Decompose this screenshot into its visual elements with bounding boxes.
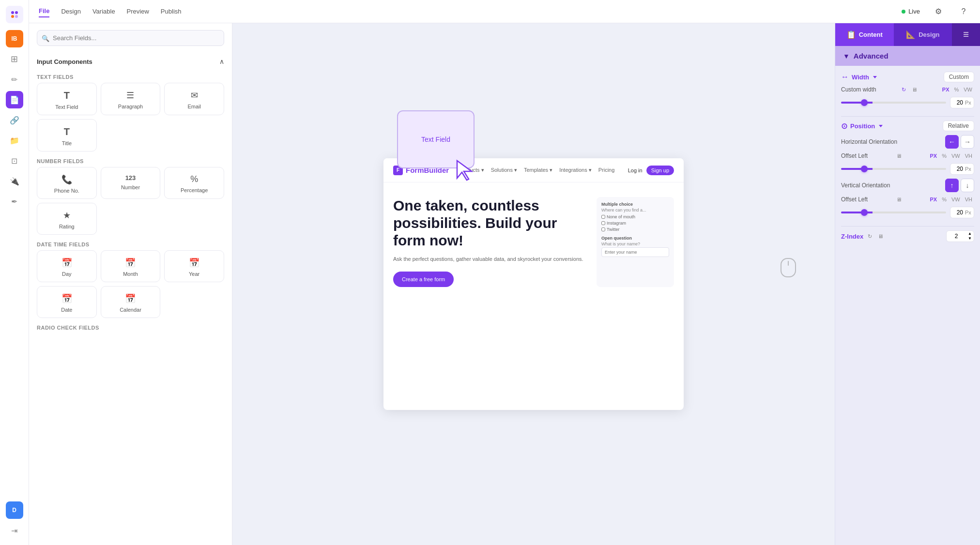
folder-icon[interactable]: 📁 (6, 132, 23, 149)
field-calendar[interactable]: 📅 Calendar (101, 286, 161, 318)
tab-design[interactable]: 📐 Design (894, 23, 952, 46)
preview-form-q2-input[interactable] (601, 247, 669, 257)
user-avatar-ib[interactable]: IB (6, 30, 23, 47)
search-input[interactable] (37, 30, 224, 46)
field-rating[interactable]: ★ Rating (37, 203, 97, 235)
horiz-orient-row: Horizontal Orientation ← → (841, 135, 974, 149)
offset2-input[interactable] (950, 207, 965, 218)
width-label-row: ↔ Width Custom (841, 72, 974, 82)
offset-unit-px[interactable]: PX (928, 152, 939, 160)
nav-variable[interactable]: Variable (92, 6, 115, 17)
width-slider[interactable] (841, 102, 946, 104)
unit-px[interactable]: PX (940, 86, 951, 93)
offset-unit-vw[interactable]: VW (949, 152, 962, 160)
offset2-unit-vw[interactable]: VW (949, 196, 962, 203)
offset-slider[interactable] (841, 168, 946, 170)
zindex-down[interactable]: ▼ (968, 236, 972, 241)
field-paragraph[interactable]: ☰ Paragraph (101, 83, 161, 115)
month-icon: 📅 (125, 257, 136, 268)
nav-integrations: Integrations ▾ (559, 167, 592, 173)
preview-hero: One taken, countless possibilities. Buil… (393, 197, 589, 287)
horiz-right-btn[interactable]: → (961, 135, 974, 149)
pen-icon[interactable]: ✒ (6, 193, 23, 210)
preview-frame: F FormBuilder Products ▾ Solutions ▾ Tem… (383, 158, 684, 410)
field-email[interactable]: ✉ Email (164, 83, 224, 115)
width-icon: ↔ (841, 73, 849, 81)
text-fields-grid: T Text Field ☰ Paragraph ✉ Email T Title (37, 83, 224, 151)
help-icon[interactable]: ? (957, 5, 970, 18)
field-month[interactable]: 📅 Month (101, 250, 161, 282)
year-label: Year (189, 271, 199, 277)
field-text-field[interactable]: T Text Field (37, 83, 97, 115)
app-logo[interactable] (6, 6, 23, 23)
offset-unit: Px (965, 166, 973, 172)
tab-more[interactable]: ☰ (952, 23, 980, 46)
components-icon[interactable]: ⊡ (6, 152, 23, 169)
offset2-slider-row: Px (841, 207, 974, 218)
sync-icon-refresh[interactable]: ↻ (900, 85, 908, 94)
offset2-monitor-icon[interactable]: 🖥 (894, 195, 903, 204)
floating-text-field[interactable]: Text Field (397, 110, 475, 168)
offset-unit-pct[interactable]: % (940, 152, 949, 160)
field-number[interactable]: 123 Number (101, 167, 161, 199)
offset2-unit-px[interactable]: PX (928, 196, 939, 203)
user-avatar-d[interactable]: D (6, 501, 23, 519)
field-date[interactable]: 📅 Date (37, 286, 97, 318)
nav-preview[interactable]: Preview (127, 6, 149, 17)
field-title[interactable]: T Title (37, 119, 97, 151)
zindex-up[interactable]: ▲ (968, 231, 972, 236)
plugin-icon[interactable]: 🔌 (6, 172, 23, 190)
logout-icon[interactable]: ⇥ (6, 522, 23, 539)
field-percentage[interactable]: % Percentage (164, 167, 224, 199)
zindex-refresh-icon[interactable]: ↻ (865, 232, 874, 241)
nav-publish[interactable]: Publish (161, 6, 182, 17)
horiz-left-btn[interactable]: ← (945, 135, 959, 149)
offset2-slider[interactable] (841, 212, 946, 213)
panel-tabs: 📋 Content 📐 Design ☰ (835, 23, 980, 46)
tab-content[interactable]: 📋 Content (835, 23, 894, 46)
offset2-left-row: Offset Left 🖥 PX % VW VH (841, 195, 974, 204)
zindex-label: Z-Index (841, 233, 863, 240)
percentage-icon: % (190, 174, 198, 184)
preview-hero-desc: Ask the perfect questions, gather valuab… (393, 255, 589, 264)
zindex-prop: Z-Index ↻ 🖥 ▲ ▼ (841, 230, 974, 242)
vert-down-btn[interactable]: ↓ (961, 179, 974, 192)
offset2-unit-vh[interactable]: VH (963, 196, 974, 203)
vert-up-btn[interactable]: ↑ (945, 179, 959, 192)
nav-file[interactable]: File (39, 5, 49, 17)
document-icon[interactable]: 📄 (6, 91, 23, 108)
link-icon[interactable]: 🔗 (6, 111, 23, 129)
width-value-badge[interactable]: Custom (944, 72, 974, 82)
field-year[interactable]: 📅 Year (164, 250, 224, 282)
unit-pct[interactable]: % (952, 86, 961, 93)
offset2-unit: Px (965, 210, 973, 215)
preview-form-mc-q: Where can you find a... (601, 208, 669, 212)
settings-icon[interactable]: ⚙ (932, 5, 945, 18)
mouse-scroll-icon (781, 258, 796, 277)
field-day[interactable]: 📅 Day (37, 250, 97, 282)
offset-unit-vh[interactable]: VH (963, 152, 974, 160)
width-input-box: Px (950, 97, 974, 108)
day-icon: 📅 (61, 257, 72, 268)
field-phone[interactable]: 📞 Phone No. (37, 167, 97, 199)
width-input[interactable] (950, 97, 965, 108)
offset-left-row: Offset Left 🖥 PX % VW VH (841, 151, 974, 160)
unit-vw[interactable]: VW (962, 86, 974, 93)
position-label-row: ⊙ Position Relative (841, 121, 974, 131)
collapse-icon[interactable]: ∧ (219, 58, 224, 65)
sync-icon-monitor[interactable]: 🖥 (910, 85, 919, 94)
zindex-monitor-icon[interactable]: 🖥 (876, 232, 885, 241)
preview-cta-button[interactable]: Create a free form (393, 272, 454, 287)
offset-monitor-icon[interactable]: 🖥 (894, 151, 903, 160)
position-value-badge[interactable]: Relative (943, 121, 974, 131)
preview-signup: Sign up (646, 166, 674, 175)
width-slider-row: Px (841, 97, 974, 108)
sync-icons-offset: 🖥 (894, 151, 903, 160)
offset2-unit-pct[interactable]: % (940, 196, 949, 203)
grid-icon[interactable]: ⊞ (6, 50, 23, 68)
zindex-value[interactable] (947, 231, 966, 242)
advanced-toggle[interactable]: ▼ (843, 52, 850, 60)
offset-input[interactable] (950, 164, 965, 174)
nav-design[interactable]: Design (61, 6, 80, 17)
edit-icon[interactable]: ✏ (6, 71, 23, 88)
